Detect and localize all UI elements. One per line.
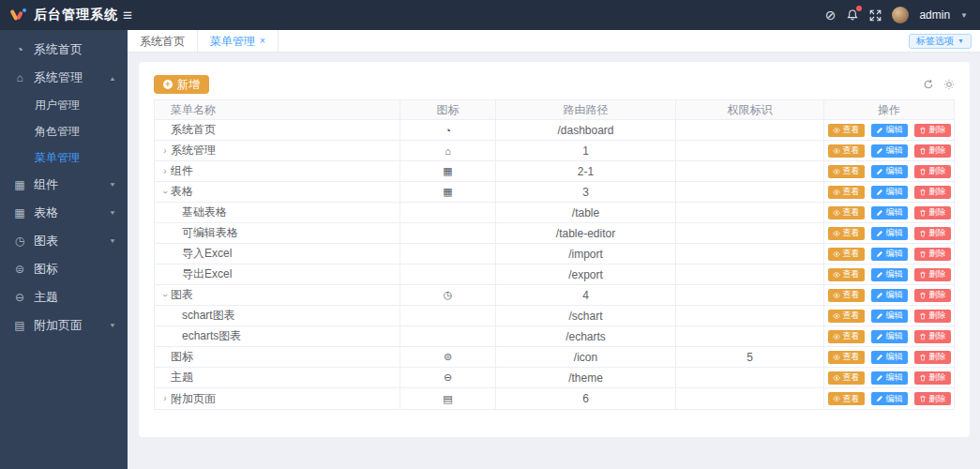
delete-button[interactable]: 删除 — [914, 124, 951, 137]
collapse-row-icon[interactable]: › — [160, 290, 170, 301]
chevron-down-icon: ▼ — [109, 181, 116, 188]
menu-name-cell: ›附加页面 — [155, 388, 400, 409]
sidebar-item-system[interactable]: ⌂系统管理▲ — [0, 64, 128, 92]
delete-button-label: 删除 — [929, 146, 946, 155]
delete-button-label: 删除 — [929, 126, 946, 134]
delete-button[interactable]: 删除 — [914, 165, 951, 178]
view-button[interactable]: 查看 — [828, 289, 865, 302]
permission-flag — [676, 388, 824, 409]
actions-cell: 查看编辑删除 — [824, 203, 954, 223]
delete-button-label: 删除 — [929, 208, 946, 217]
edit-button[interactable]: 编辑 — [871, 248, 908, 261]
view-button-label: 查看 — [843, 146, 860, 155]
view-button[interactable]: 查看 — [828, 351, 865, 364]
sidebar-item-pages[interactable]: ▤附加页面▼ — [0, 311, 128, 340]
actions-cell: 查看编辑删除 — [824, 161, 954, 182]
edit-button[interactable]: 编辑 — [871, 186, 908, 199]
fullscreen-icon[interactable] — [869, 9, 882, 22]
view-button[interactable]: 查看 — [828, 310, 865, 323]
view-button[interactable]: 查看 — [828, 186, 865, 199]
delete-button[interactable]: 删除 — [914, 310, 951, 323]
close-tab-icon[interactable]: × — [260, 37, 265, 46]
delete-button-label: 删除 — [929, 229, 946, 237]
sidebar-item-theme[interactable]: ⊖主题 — [0, 283, 128, 311]
refresh-icon[interactable] — [923, 79, 934, 90]
delete-button[interactable]: 删除 — [914, 268, 951, 281]
delete-button[interactable]: 删除 — [914, 186, 951, 199]
route-path: 4 — [496, 285, 676, 306]
edit-button[interactable]: 编辑 — [871, 165, 908, 178]
delete-button[interactable]: 删除 — [914, 392, 951, 405]
sidebar-item-roles[interactable]: 角色管理 — [0, 118, 128, 144]
edit-button-label: 编辑 — [886, 126, 903, 134]
delete-button[interactable]: 删除 — [914, 330, 951, 343]
delete-button[interactable]: 删除 — [914, 371, 951, 385]
edit-button[interactable]: 编辑 — [871, 124, 908, 137]
menu-name-cell: 基础表格 — [155, 203, 400, 223]
collapse-row-icon[interactable]: › — [160, 187, 170, 198]
sidebar-item-icons[interactable]: ⊜图标 — [0, 255, 128, 283]
delete-button[interactable]: 删除 — [914, 144, 951, 158]
view-button[interactable]: 查看 — [828, 371, 865, 385]
expand-row-icon[interactable]: › — [159, 146, 171, 156]
delete-button[interactable]: 删除 — [914, 227, 951, 240]
expand-row-icon[interactable]: › — [159, 167, 171, 176]
view-button[interactable]: 查看 — [828, 268, 865, 281]
menu-name: 主题 — [171, 370, 193, 386]
edit-button[interactable]: 编辑 — [871, 227, 908, 240]
sidebar-item-charts[interactable]: ◷图表▼ — [0, 227, 128, 255]
view-button-label: 查看 — [843, 270, 860, 279]
edit-button[interactable]: 编辑 — [871, 144, 908, 158]
collapse-menu-icon[interactable]: ≡ — [123, 8, 132, 23]
edit-button[interactable]: 编辑 — [871, 310, 908, 323]
delete-button[interactable]: 删除 — [914, 351, 951, 364]
delete-button[interactable]: 删除 — [914, 206, 951, 219]
user-avatar[interactable] — [892, 7, 909, 23]
settings-gear-icon[interactable] — [943, 79, 955, 90]
sidebar-item-home[interactable]: ◔系统首页 — [0, 36, 128, 64]
tag-options-button[interactable]: 标签选项 ▼ — [909, 34, 972, 49]
permission-flag — [676, 285, 824, 306]
edit-button-label: 编辑 — [886, 270, 903, 279]
delete-button[interactable]: 删除 — [914, 248, 951, 261]
tab-home[interactable]: 系统首页 — [128, 30, 198, 53]
view-button-label: 查看 — [843, 332, 860, 340]
username[interactable]: admin — [919, 8, 950, 22]
edit-button[interactable]: 编辑 — [871, 289, 908, 302]
actions-cell: 查看编辑删除 — [824, 326, 954, 347]
user-menu-chevron-icon[interactable]: ▼ — [960, 11, 968, 20]
edit-button[interactable]: 编辑 — [871, 371, 908, 385]
sidebar-item-users[interactable]: 用户管理 — [0, 92, 128, 118]
menu-name: 导入Excel — [182, 246, 232, 262]
bell-icon[interactable] — [846, 8, 859, 22]
edit-button[interactable]: 编辑 — [871, 392, 908, 405]
edit-button[interactable]: 编辑 — [871, 330, 908, 343]
expand-row-icon[interactable]: › — [159, 394, 171, 403]
add-button[interactable]: + 新增 — [154, 75, 209, 94]
edit-button[interactable]: 编辑 — [871, 268, 908, 281]
menu-name-cell: 导出Excel — [155, 265, 400, 285]
edit-button[interactable]: 编辑 — [871, 351, 908, 364]
delete-button[interactable]: 删除 — [914, 289, 951, 302]
sidebar-item-components[interactable]: ▦组件▼ — [0, 171, 128, 199]
view-button[interactable]: 查看 — [828, 206, 865, 219]
sidebar-item-menus[interactable]: 菜单管理 — [0, 144, 128, 171]
view-button[interactable]: 查看 — [828, 165, 865, 178]
view-button-label: 查看 — [843, 291, 860, 299]
view-button[interactable]: 查看 — [828, 392, 865, 405]
view-button[interactable]: 查看 — [828, 248, 865, 261]
view-button[interactable]: 查看 — [828, 124, 865, 137]
edit-button[interactable]: 编辑 — [871, 206, 908, 219]
language-icon[interactable]: ⊘ — [825, 8, 837, 22]
view-button[interactable]: 查看 — [828, 227, 865, 240]
view-button[interactable]: 查看 — [828, 144, 865, 158]
table-row: echarts图表/echarts查看编辑删除 — [155, 326, 954, 347]
view-button-label: 查看 — [843, 208, 860, 217]
view-button[interactable]: 查看 — [828, 330, 865, 343]
sidebar-item-tables[interactable]: ▦表格▼ — [0, 199, 128, 227]
app-logo: 后台管理系统 — [0, 7, 111, 23]
clock-icon: ◷ — [400, 285, 496, 306]
tab-menus[interactable]: 菜单管理× — [198, 30, 279, 53]
sidebar: ◔系统首页⌂系统管理▲用户管理角色管理菜单管理▦组件▼▦表格▼◷图表▼⊜图标⊖主… — [0, 30, 128, 469]
route-path: 6 — [496, 388, 676, 409]
